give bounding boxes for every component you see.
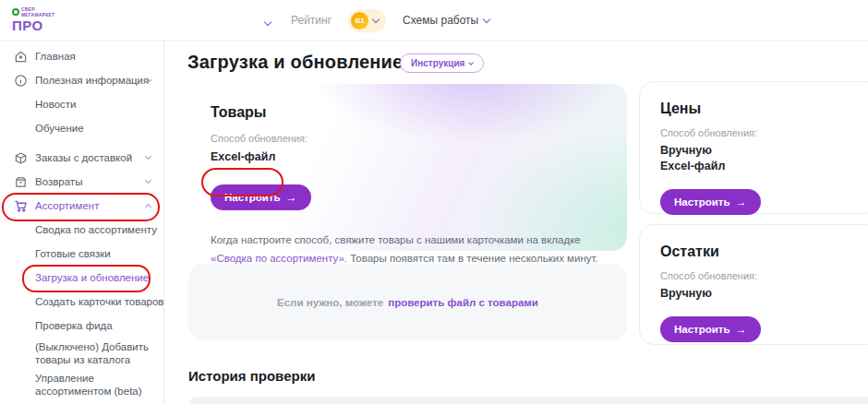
header-center: Рейтинг В1 Схемы работы [261, 0, 489, 41]
work-schemes-label: Схемы работы [403, 14, 478, 27]
products-card: Товары Способ обновления: Excel-файл Нас… [188, 84, 627, 251]
update-method-value: Excel-файл [211, 150, 605, 163]
update-method-value: Вручную [660, 287, 860, 300]
chevron-down-icon [469, 60, 475, 65]
history-section-title: История проверки [188, 368, 315, 384]
instruction-button-label: Инструкция [411, 58, 464, 68]
arrow-right-icon: → [736, 196, 747, 208]
rating-label: Рейтинг [291, 14, 332, 27]
prices-card: Цены Способ обновления: Вручную Excel-фа… [639, 81, 868, 214]
configure-prices-button[interactable]: Настроить → [660, 189, 761, 215]
stocks-card-title: Остатки [660, 244, 860, 260]
stocks-card: Остатки Способ обновления: Вручную Настр… [639, 224, 868, 345]
sidebar-item-label: Сводка по ассортименту [35, 224, 157, 235]
chevron-up-icon [148, 79, 152, 84]
check-file-link[interactable]: проверить файл с товарами [388, 297, 538, 308]
instruction-button[interactable]: Инструкция [400, 53, 484, 73]
chevron-down-icon [483, 15, 490, 22]
sidebar-item-label: Проверка фида [35, 320, 113, 331]
sidebar-item-home[interactable]: Главная [0, 44, 163, 68]
page-title: Загрузка и обновление [187, 52, 403, 73]
sidebar-item-label: Главная [35, 51, 76, 62]
brand-name: СБЕР МЕГАМАРКЕТ [21, 7, 54, 18]
update-method-label: Способ обновления: [211, 133, 605, 144]
sidebar-item-create-product-cards[interactable]: Создать карточки товаров [0, 290, 163, 314]
sidebar-item-assortment[interactable]: Ассортимент [0, 194, 163, 218]
assortment-summary-link[interactable]: «Сводка по ассортименту». [211, 253, 347, 264]
products-note-text2: Товары появятся там в течение нескольких… [350, 253, 598, 264]
sidebar-item-returns[interactable]: Возвраты [0, 170, 163, 194]
work-schemes-dropdown[interactable]: Схемы работы [403, 14, 489, 27]
app-window: СБЕР МЕГАМАРКЕТ ПРО Рейтинг В1 Схемы раб… [0, 0, 868, 404]
sidebar-item-label: Ассортимент [35, 200, 99, 211]
sidebar-item-ready-links[interactable]: Готовые связки [0, 242, 163, 266]
sidebar-item-label: Обучение [35, 123, 84, 134]
sidebar-item-label: (Выключено) Добавить товары из каталога [35, 340, 151, 367]
sidebar-item-assortment-summary[interactable]: Сводка по ассортименту [0, 218, 163, 242]
top-header: СБЕР МЕГАМАРКЕТ ПРО Рейтинг В1 Схемы раб… [0, 0, 868, 41]
sidebar-item-delivery-orders[interactable]: Заказы с доставкой [0, 146, 163, 170]
arrow-right-icon: → [736, 323, 747, 336]
update-method-value: Excel-файл [660, 160, 860, 172]
update-method-label: Способ обновления: [660, 270, 860, 281]
return-box-icon [13, 174, 28, 189]
sidebar-item-add-from-catalog[interactable]: (Выключено) Добавить товары из каталога [0, 338, 163, 369]
cart-icon [13, 198, 28, 213]
configure-button-label: Настроить [224, 192, 281, 203]
info-icon [13, 73, 28, 88]
sidebar-item-upload-update[interactable]: Загрузка и обновление [0, 266, 163, 290]
sidebar-nav: Главная Полезная информация Новости Обуч… [0, 41, 164, 404]
sidebar-item-label: Полезная информация [35, 75, 149, 86]
sber-logo-icon [12, 8, 19, 16]
check-file-card: Если нужно, можете проверить файл с това… [188, 264, 627, 340]
brand-logo[interactable]: СБЕР МЕГАМАРКЕТ ПРО [12, 7, 54, 33]
products-note: Когда настроите способ, свяжите товары с… [211, 232, 605, 267]
rating-dropdown[interactable]: В1 [348, 9, 386, 32]
configure-button-label: Настроить [674, 196, 730, 208]
update-method-label: Способ обновления: [660, 127, 860, 138]
sidebar-item-news[interactable]: Новости [0, 92, 163, 116]
configure-products-button[interactable]: Настроить → [211, 184, 311, 210]
sidebar-item-label: Новости [35, 99, 77, 110]
package-icon [13, 150, 28, 165]
sidebar-item-training[interactable]: Обучение [0, 116, 163, 140]
chevron-down-icon [372, 15, 380, 22]
chevron-down-icon [145, 177, 151, 184]
sidebar-item-label: Загрузка и обновление [35, 272, 149, 283]
sidebar-item-label: Возвраты [35, 176, 82, 187]
brand-pro-label: ПРО [12, 18, 54, 32]
chevron-down-icon [145, 153, 151, 160]
configure-stocks-button[interactable]: Настроить → [660, 316, 761, 342]
sidebar-item-useful-info[interactable]: Полезная информация [0, 68, 163, 92]
products-card-title: Товары [211, 104, 605, 121]
sidebar-item-assortment-management[interactable]: Управление ассортиментом (beta) [0, 369, 163, 400]
configure-button-label: Настроить [674, 324, 730, 335]
sidebar-item-feed-check[interactable]: Проверка фида [0, 314, 163, 338]
sidebar-item-label: Заказы с доставкой [35, 152, 132, 163]
check-file-text: Если нужно, можете [277, 297, 383, 308]
sidebar-item-label: Управление ассортиментом (beta) [35, 372, 151, 398]
arrow-right-icon: → [286, 191, 297, 204]
brand-line-mid: МЕГАМАРКЕТ [21, 12, 54, 18]
prices-card-title: Цены [660, 101, 860, 117]
home-icon [13, 49, 28, 64]
sidebar-item-label: Готовые связки [35, 248, 111, 259]
account-dropdown-chevron-icon[interactable] [261, 8, 274, 32]
rating-badge: В1 [351, 12, 368, 30]
update-method-value: Вручную [660, 144, 860, 157]
chevron-up-icon [145, 204, 151, 210]
history-card-top-edge [188, 397, 868, 404]
products-note-text: Когда настроите способ, свяжите товары с… [211, 234, 581, 245]
sidebar-item-label: Создать карточки товаров [35, 296, 163, 307]
